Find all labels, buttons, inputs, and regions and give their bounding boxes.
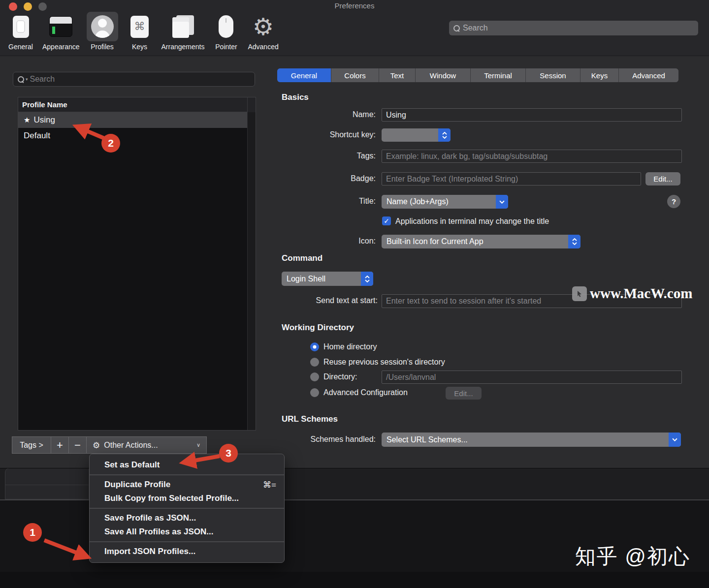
badge-edit-button[interactable]: Edit... [645,172,680,186]
tab-colors[interactable]: Colors [331,68,379,82]
reuse-directory-radio[interactable] [310,358,319,367]
star-icon: ★ [24,116,30,124]
home-directory-radio[interactable] [310,342,319,351]
stepper-icon [361,272,373,286]
annotation-step-3: 3 [219,444,238,463]
profile-name: Default [24,131,50,141]
toolbar-search-input[interactable] [463,24,694,32]
tab-text[interactable]: Text [379,68,416,82]
macw-watermark: www.MacW.com [572,285,692,302]
chevron-down-icon [496,195,508,209]
chevron-down-icon: ▾ [26,77,28,82]
profile-name: Using [33,115,55,125]
window-title: Preferences [0,1,709,10]
home-directory-label: Home directory [323,342,377,351]
toolbar-item-arrangements[interactable]: Arrangements [161,12,205,51]
screenshot: Preferences General Appearance Profiles … [0,0,709,588]
icon-popup[interactable]: Built-in Icon for Current App [382,235,580,248]
annotation-step-2: 2 [101,134,120,153]
remove-profile-button[interactable]: − [68,436,87,454]
gear-icon: ⚙ [93,440,100,450]
cursor-icon [572,286,587,301]
send-text-label: Send text at start: [277,296,378,305]
background-window-corner [5,468,89,499]
tags-button[interactable]: Tags > [12,436,51,454]
directory-label: Directory: [323,372,357,381]
menu-separator [90,541,284,542]
arrow-to-import-json [44,540,88,557]
shortcut-key-label: Shortcut key: [277,130,376,139]
add-profile-button[interactable]: + [51,436,69,454]
toolbar-item-appearance[interactable]: Appearance [42,12,80,51]
toolbar-item-general[interactable]: General [6,12,35,51]
command-popup[interactable]: Login Shell [282,272,373,286]
badge-field[interactable] [382,172,641,186]
preferences-toolbar: General Appearance Profiles ⌘ Keys Arran… [6,12,279,51]
profile-search: ▾ [13,72,255,87]
tab-general[interactable]: General [277,68,331,82]
appearance-icon [49,16,72,37]
tags-label: Tags: [277,152,376,160]
reuse-directory-label: Reuse previous session's directory [323,358,445,367]
menu-item-import-json-profiles[interactable]: Import JSON Profiles... [90,545,284,558]
help-button[interactable]: ? [667,195,680,208]
keys-icon: ⌘ [130,16,149,38]
tab-advanced[interactable]: Advanced [619,68,678,82]
tab-window[interactable]: Window [416,68,471,82]
url-schemes-popup[interactable]: Select URL Schemes... [382,433,681,447]
menu-separator [90,474,284,475]
search-icon [18,76,24,82]
profiles-icon [91,15,114,38]
menu-item-save-profile-json[interactable]: Save Profile as JSON... [90,511,284,525]
preferences-window: Preferences General Appearance Profiles … [0,0,709,468]
title-popup[interactable]: Name (Job+Args) [382,195,508,209]
profile-search-input[interactable] [30,75,250,84]
menu-item-set-as-default[interactable]: Set as Default [90,458,284,472]
profile-list-scrollbar[interactable] [247,112,256,430]
title-change-checkbox[interactable]: ✓ [382,217,391,225]
menu-item-bulk-copy[interactable]: Bulk Copy from Selected Profile... [90,492,284,505]
advanced-configuration-radio[interactable] [310,388,319,397]
working-directory-heading: Working Directory [282,323,354,333]
schemes-handled-label: Schemes handled: [277,435,376,444]
profile-list-header: Profile Name [18,97,256,112]
toolbar-item-keys[interactable]: ⌘ Keys [125,12,155,51]
title-label: Title: [277,197,376,206]
stepper-icon [438,128,451,142]
chevron-down-icon [669,433,681,447]
profile-list-header-gutter [247,97,256,112]
pointer-icon [219,15,233,38]
titlebar-toolbar: Preferences General Appearance Profiles … [0,0,709,56]
toolbar-item-profiles[interactable]: Profiles [87,12,118,51]
toolbar-item-pointer[interactable]: Pointer [211,12,241,51]
search-icon [453,25,459,31]
tab-session[interactable]: Session [526,68,580,82]
directory-radio[interactable] [310,372,319,381]
directory-field[interactable] [382,371,682,384]
badge-label: Badge: [277,174,376,183]
advanced-edit-button[interactable]: Edit... [446,387,482,400]
chevron-down-icon: ∨ [196,442,200,448]
toolbar-search [449,21,698,35]
tab-terminal[interactable]: Terminal [471,68,526,82]
name-field[interactable] [382,108,682,122]
annotation-step-1: 1 [23,523,42,542]
toolbar-item-advanced[interactable]: ⚙ Advanced [248,12,278,51]
profile-row-default[interactable]: Default [18,128,247,144]
zhihu-watermark: 知乎 @初心 [575,543,690,570]
gear-icon: ⚙ [253,15,274,38]
tags-field[interactable] [382,150,682,163]
name-label: Name: [277,110,376,119]
stepper-icon [568,235,580,248]
other-actions-button[interactable]: ⚙ Other Actions... ∨ [86,436,207,454]
menu-item-duplicate-profile[interactable]: Duplicate Profile ⌘= [90,478,284,492]
profile-row-using[interactable]: ★ Using [18,112,247,128]
menu-separator [90,508,284,509]
menu-shortcut: ⌘= [263,480,276,490]
icon-label: Icon: [277,237,376,246]
tab-keys[interactable]: Keys [580,68,619,82]
title-change-checkbox-label: Applications in terminal may change the … [395,217,549,226]
background-band-bottom [0,572,709,588]
shortcut-key-popup[interactable] [382,128,451,142]
menu-item-save-all-profiles-json[interactable]: Save All Profiles as JSON... [90,525,284,539]
